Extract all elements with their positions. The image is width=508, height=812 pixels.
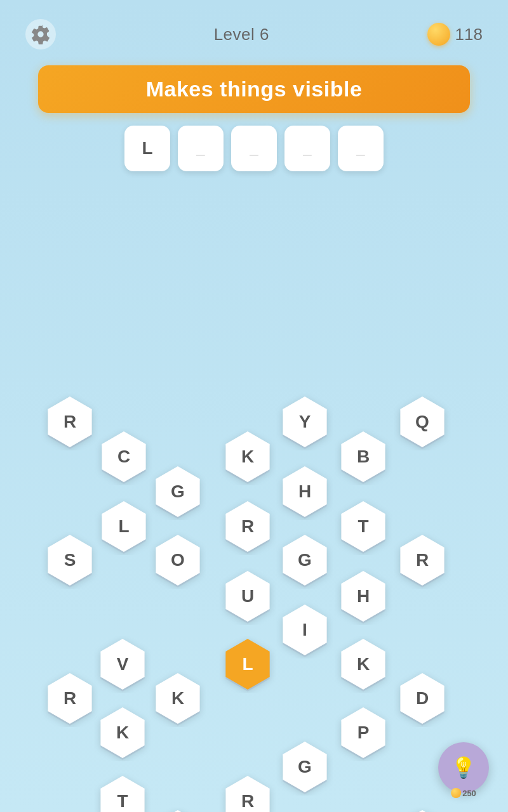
- hex-tile-p-h26[interactable]: P: [335, 704, 392, 761]
- hint-button[interactable]: 💡 250: [438, 742, 489, 793]
- hex-tile-d-h24[interactable]: D: [394, 670, 451, 727]
- hex-tile-b-h14[interactable]: B: [335, 428, 392, 485]
- hex-tile-t-h15[interactable]: T: [335, 498, 392, 555]
- hex-tile-k-h23[interactable]: K: [149, 670, 206, 727]
- hex-tile-q-h17[interactable]: Q: [394, 393, 451, 450]
- hex-tile-r-h22[interactable]: R: [41, 670, 98, 727]
- hex-tile-y-h10[interactable]: Y: [276, 393, 333, 450]
- hex-tile-t-h28[interactable]: T: [94, 773, 151, 812]
- hex-tile-k-h25[interactable]: K: [94, 704, 151, 761]
- hex-tile-l-h4[interactable]: L: [95, 498, 152, 555]
- answer-box-2: _: [231, 126, 277, 171]
- hex-tile-v-h19[interactable]: V: [94, 636, 151, 693]
- clue-text: Makes things visible: [146, 77, 363, 101]
- level-label: Level 6: [214, 25, 269, 44]
- coin-count: 118: [455, 25, 483, 44]
- coin-icon: [427, 23, 450, 46]
- hex-tile-g-h12[interactable]: G: [276, 532, 333, 589]
- header: Level 6 118: [0, 0, 508, 59]
- answer-box-0: L: [124, 126, 170, 171]
- settings-button[interactable]: [25, 19, 56, 49]
- hex-tile-c-h32[interactable]: C: [394, 807, 451, 812]
- hex-tile-c-h2[interactable]: C: [95, 428, 152, 485]
- answer-box-1: _: [178, 126, 224, 171]
- hex-tile-g-h27[interactable]: G: [276, 738, 333, 796]
- hex-tile-r-h18[interactable]: R: [394, 532, 451, 589]
- hex-tile-i-h13[interactable]: I: [276, 601, 333, 658]
- hex-tile-k-h21[interactable]: K: [335, 636, 392, 693]
- hex-tile-l-h20[interactable]: L: [219, 636, 276, 693]
- hex-tile-r-h29[interactable]: R: [219, 773, 276, 812]
- hint-icon: 💡: [451, 756, 476, 780]
- hex-tile-t-h30[interactable]: T: [149, 807, 206, 812]
- hex-tile-o-h6[interactable]: O: [149, 532, 206, 589]
- hex-tile-r-h1[interactable]: R: [41, 393, 98, 450]
- hex-tile-k-h7[interactable]: K: [219, 428, 276, 485]
- answer-box-3: _: [284, 126, 330, 171]
- coins-display: 118: [427, 23, 483, 46]
- answer-row: L____: [0, 126, 508, 171]
- hint-cost-text: 250: [462, 789, 476, 798]
- gear-icon: [30, 24, 51, 44]
- hex-tile-u-h9[interactable]: U: [219, 568, 276, 625]
- hex-tile-g-h3[interactable]: G: [149, 463, 206, 520]
- hex-tile-r-h8[interactable]: R: [219, 498, 276, 555]
- hint-cost-display: 250: [451, 788, 476, 798]
- answer-box-4: _: [338, 126, 384, 171]
- hex-tile-s-h5[interactable]: S: [41, 532, 98, 589]
- clue-banner: Makes things visible: [38, 65, 470, 113]
- hint-coin-icon: [451, 788, 461, 798]
- hex-tile-h-h16[interactable]: H: [335, 568, 392, 625]
- hex-tile-h-h11[interactable]: H: [276, 463, 333, 520]
